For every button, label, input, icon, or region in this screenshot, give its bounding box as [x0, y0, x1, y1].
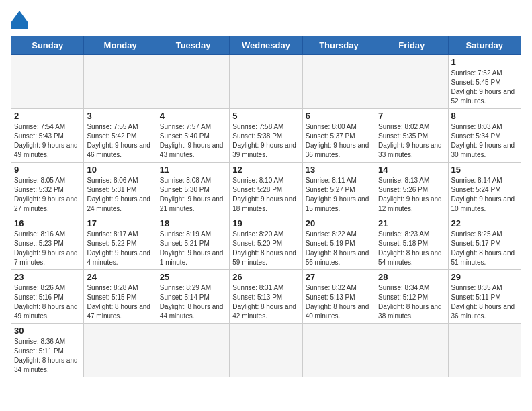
day-number: 24	[87, 272, 153, 282]
day-info: Sunrise: 8:10 AMSunset: 5:28 PMDaylight:…	[232, 176, 299, 214]
day-info: Sunrise: 7:54 AMSunset: 5:43 PMDaylight:…	[14, 122, 81, 160]
day-number: 4	[160, 111, 226, 121]
header-saturday: Saturday	[448, 36, 521, 55]
calendar-cell: 22Sunrise: 8:25 AMSunset: 5:17 PMDayligh…	[448, 216, 521, 270]
day-number: 13	[306, 165, 372, 175]
day-number: 16	[14, 218, 81, 228]
header-tuesday: Tuesday	[157, 36, 229, 55]
day-number: 1	[451, 57, 518, 67]
calendar-cell: 28Sunrise: 8:34 AMSunset: 5:12 PMDayligh…	[375, 270, 448, 324]
day-number: 9	[14, 165, 81, 175]
calendar-cell: 21Sunrise: 8:23 AMSunset: 5:18 PMDayligh…	[375, 216, 448, 270]
calendar-cell: 16Sunrise: 8:16 AMSunset: 5:23 PMDayligh…	[11, 216, 84, 270]
day-info: Sunrise: 8:25 AMSunset: 5:17 PMDaylight:…	[451, 230, 518, 267]
calendar-cell	[375, 324, 448, 377]
calendar-cell: 5Sunrise: 7:58 AMSunset: 5:38 PMDaylight…	[230, 109, 302, 163]
day-number: 6	[306, 111, 372, 121]
calendar-cell	[375, 55, 448, 109]
header-friday: Friday	[375, 36, 448, 55]
calendar-cell: 27Sunrise: 8:32 AMSunset: 5:13 PMDayligh…	[302, 270, 375, 324]
calendar-cell: 20Sunrise: 8:22 AMSunset: 5:19 PMDayligh…	[302, 216, 375, 270]
day-info: Sunrise: 8:13 AMSunset: 5:26 PMDaylight:…	[378, 176, 445, 214]
week-row-3: 16Sunrise: 8:16 AMSunset: 5:23 PMDayligh…	[11, 216, 521, 270]
calendar-cell: 29Sunrise: 8:35 AMSunset: 5:11 PMDayligh…	[448, 270, 521, 324]
day-info: Sunrise: 8:06 AMSunset: 5:31 PMDaylight:…	[87, 176, 153, 214]
calendar-cell: 4Sunrise: 7:57 AMSunset: 5:40 PMDaylight…	[157, 109, 229, 163]
day-number: 8	[451, 111, 518, 121]
header-sunday: Sunday	[11, 36, 84, 55]
day-info: Sunrise: 8:17 AMSunset: 5:22 PMDaylight:…	[87, 230, 153, 267]
calendar-cell: 3Sunrise: 7:55 AMSunset: 5:42 PMDaylight…	[84, 109, 157, 163]
day-info: Sunrise: 8:26 AMSunset: 5:16 PMDaylight:…	[14, 283, 81, 321]
day-info: Sunrise: 8:29 AMSunset: 5:14 PMDaylight:…	[160, 283, 226, 321]
day-info: Sunrise: 8:00 AMSunset: 5:37 PMDaylight:…	[306, 122, 372, 160]
day-info: Sunrise: 8:32 AMSunset: 5:13 PMDaylight:…	[306, 283, 372, 321]
day-info: Sunrise: 8:05 AMSunset: 5:32 PMDaylight:…	[14, 176, 81, 214]
day-info: Sunrise: 7:57 AMSunset: 5:40 PMDaylight:…	[160, 122, 226, 160]
day-number: 20	[306, 218, 372, 228]
day-info: Sunrise: 8:28 AMSunset: 5:15 PMDaylight:…	[87, 283, 153, 321]
day-number: 19	[232, 218, 299, 228]
calendar-cell	[230, 55, 302, 109]
day-number: 27	[306, 272, 372, 282]
day-info: Sunrise: 8:36 AMSunset: 5:11 PMDaylight:…	[14, 337, 81, 375]
day-number: 23	[14, 272, 81, 282]
week-row-2: 9Sunrise: 8:05 AMSunset: 5:32 PMDaylight…	[11, 163, 521, 216]
calendar-cell: 25Sunrise: 8:29 AMSunset: 5:14 PMDayligh…	[157, 270, 229, 324]
day-info: Sunrise: 8:19 AMSunset: 5:21 PMDaylight:…	[160, 230, 226, 267]
calendar-cell: 2Sunrise: 7:54 AMSunset: 5:43 PMDaylight…	[11, 109, 84, 163]
calendar-cell	[230, 324, 302, 377]
header	[11, 11, 521, 29]
day-number: 25	[160, 272, 226, 282]
calendar-cell: 9Sunrise: 8:05 AMSunset: 5:32 PMDaylight…	[11, 163, 84, 216]
calendar-cell	[84, 55, 157, 109]
day-info: Sunrise: 8:16 AMSunset: 5:23 PMDaylight:…	[14, 230, 81, 267]
calendar-cell	[448, 324, 521, 377]
day-info: Sunrise: 8:22 AMSunset: 5:19 PMDaylight:…	[306, 230, 372, 267]
day-info: Sunrise: 8:35 AMSunset: 5:11 PMDaylight:…	[451, 283, 518, 321]
calendar-cell: 17Sunrise: 8:17 AMSunset: 5:22 PMDayligh…	[84, 216, 157, 270]
week-row-4: 23Sunrise: 8:26 AMSunset: 5:16 PMDayligh…	[11, 270, 521, 324]
day-info: Sunrise: 8:11 AMSunset: 5:27 PMDaylight:…	[306, 176, 372, 214]
day-number: 29	[451, 272, 518, 282]
week-row-5: 30Sunrise: 8:36 AMSunset: 5:11 PMDayligh…	[11, 324, 521, 377]
calendar-cell: 14Sunrise: 8:13 AMSunset: 5:26 PMDayligh…	[375, 163, 448, 216]
calendar-header-row: SundayMondayTuesdayWednesdayThursdayFrid…	[11, 36, 521, 55]
calendar-cell	[157, 324, 229, 377]
calendar-cell: 6Sunrise: 8:00 AMSunset: 5:37 PMDaylight…	[302, 109, 375, 163]
day-info: Sunrise: 8:34 AMSunset: 5:12 PMDaylight:…	[378, 283, 445, 321]
day-number: 26	[232, 272, 299, 282]
day-number: 2	[14, 111, 81, 121]
calendar-cell: 1Sunrise: 7:52 AMSunset: 5:45 PMDaylight…	[448, 55, 521, 109]
calendar-cell: 18Sunrise: 8:19 AMSunset: 5:21 PMDayligh…	[157, 216, 229, 270]
day-info: Sunrise: 8:08 AMSunset: 5:30 PMDaylight:…	[160, 176, 226, 214]
day-number: 7	[378, 111, 445, 121]
calendar-cell: 13Sunrise: 8:11 AMSunset: 5:27 PMDayligh…	[302, 163, 375, 216]
logo	[11, 11, 34, 29]
header-monday: Monday	[84, 36, 157, 55]
calendar-cell: 8Sunrise: 8:03 AMSunset: 5:34 PMDaylight…	[448, 109, 521, 163]
day-number: 3	[87, 111, 153, 121]
day-number: 12	[232, 165, 299, 175]
day-info: Sunrise: 7:52 AMSunset: 5:45 PMDaylight:…	[451, 68, 518, 106]
day-number: 5	[232, 111, 299, 121]
day-number: 17	[87, 218, 153, 228]
day-info: Sunrise: 8:02 AMSunset: 5:35 PMDaylight:…	[378, 122, 445, 160]
day-number: 22	[451, 218, 518, 228]
day-number: 10	[87, 165, 153, 175]
week-row-1: 2Sunrise: 7:54 AMSunset: 5:43 PMDaylight…	[11, 109, 521, 163]
day-number: 11	[160, 165, 226, 175]
day-number: 18	[160, 218, 226, 228]
day-info: Sunrise: 8:23 AMSunset: 5:18 PMDaylight:…	[378, 230, 445, 267]
calendar-cell: 24Sunrise: 8:28 AMSunset: 5:15 PMDayligh…	[84, 270, 157, 324]
day-info: Sunrise: 7:55 AMSunset: 5:42 PMDaylight:…	[87, 122, 153, 160]
day-info: Sunrise: 8:31 AMSunset: 5:13 PMDaylight:…	[232, 283, 299, 321]
calendar-cell: 19Sunrise: 8:20 AMSunset: 5:20 PMDayligh…	[230, 216, 302, 270]
calendar-cell	[302, 55, 375, 109]
calendar-cell: 23Sunrise: 8:26 AMSunset: 5:16 PMDayligh…	[11, 270, 84, 324]
day-number: 15	[451, 165, 518, 175]
calendar-table: SundayMondayTuesdayWednesdayThursdayFrid…	[11, 36, 521, 377]
week-row-0: 1Sunrise: 7:52 AMSunset: 5:45 PMDaylight…	[11, 55, 521, 109]
calendar-cell: 30Sunrise: 8:36 AMSunset: 5:11 PMDayligh…	[11, 324, 84, 377]
calendar-cell	[302, 324, 375, 377]
